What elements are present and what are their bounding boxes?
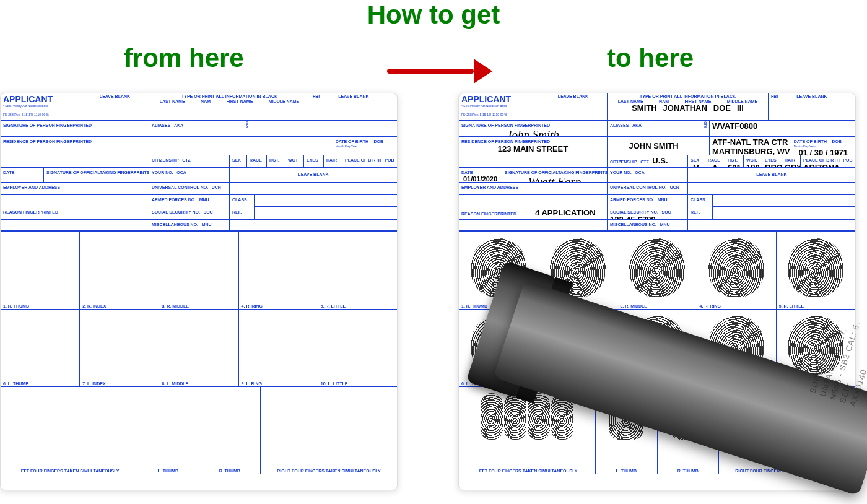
to-here: to here [607, 43, 694, 73]
arrow-icon [387, 59, 492, 84]
title: How to get [0, 0, 867, 30]
fingerprint-card-filled: APPLICANT* See Privacy Act Notice on Bac… [458, 93, 856, 490]
fingerprint-card-blank: APPLICANT* See Privacy Act Notice on Bac… [0, 93, 398, 490]
from-here: from here [124, 43, 244, 73]
